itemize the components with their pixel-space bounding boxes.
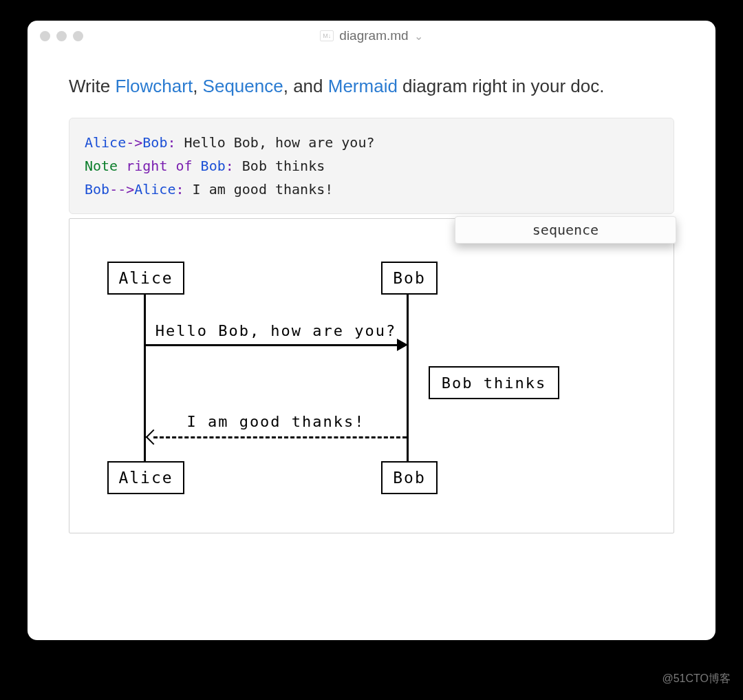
actor-alice-bottom: Alice bbox=[107, 461, 184, 494]
mermaid-link[interactable]: Mermaid bbox=[328, 76, 398, 96]
code-token-pos: right of bbox=[118, 158, 200, 174]
code-token-colon: : bbox=[175, 181, 184, 198]
intro-paragraph: Write Flowchart, Sequence, and Mermaid d… bbox=[69, 74, 674, 98]
msg2-arrowhead-icon bbox=[146, 429, 162, 445]
msg1-arrowhead-icon bbox=[397, 339, 408, 351]
actor-alice-top: Alice bbox=[107, 262, 184, 295]
code-token-keyword: Note bbox=[85, 158, 118, 174]
zoom-dot[interactable] bbox=[73, 31, 83, 41]
msg1-line bbox=[145, 344, 398, 346]
actor-bob-bottom: Bob bbox=[381, 461, 438, 494]
window-title: M↓ diagram.md ⌄ bbox=[28, 28, 715, 43]
minimize-dot[interactable] bbox=[56, 31, 67, 41]
close-dot[interactable] bbox=[40, 31, 50, 41]
code-token-name: Bob bbox=[85, 181, 109, 198]
code-token-msg: I am good thanks! bbox=[184, 181, 334, 198]
editor-window: M↓ diagram.md ⌄ Write Flowchart, Sequenc… bbox=[28, 21, 715, 640]
code-token-arrow: --> bbox=[109, 181, 134, 198]
code-token-arrow: -> bbox=[126, 134, 142, 151]
code-token-name: Bob bbox=[142, 134, 167, 151]
sequence-link[interactable]: Sequence bbox=[203, 76, 283, 96]
chevron-down-icon[interactable]: ⌄ bbox=[414, 30, 423, 43]
code-block[interactable]: Alice->Bob: Hello Bob, how are you? Note… bbox=[69, 118, 674, 214]
msg2-line bbox=[153, 436, 407, 438]
sequence-diagram: Alice Bob Hello Bob, how are you? Bob th… bbox=[69, 219, 674, 533]
window-titlebar: M↓ diagram.md ⌄ bbox=[28, 21, 715, 51]
intro-post: diagram right in your doc. bbox=[398, 76, 605, 96]
note-box: Bob thinks bbox=[429, 366, 559, 399]
document-body: Write Flowchart, Sequence, and Mermaid d… bbox=[28, 51, 715, 533]
markdown-icon: M↓ bbox=[320, 30, 334, 41]
intro-sep2: , and bbox=[283, 76, 328, 96]
flowchart-link[interactable]: Flowchart bbox=[115, 76, 193, 96]
watermark: @51CTO博客 bbox=[662, 672, 731, 686]
window-controls bbox=[40, 31, 83, 41]
msg2-label: I am good thanks! bbox=[145, 413, 407, 430]
code-token-msg: Hello Bob, how are you? bbox=[175, 134, 374, 151]
code-token-name: Alice bbox=[85, 134, 126, 151]
diagram-preview: sequence Alice Bob Hello Bob, how are yo… bbox=[69, 218, 674, 533]
code-token-msg: Bob thinks bbox=[234, 158, 325, 174]
code-token-name: Bob bbox=[201, 158, 226, 174]
msg1-label: Hello Bob, how are you? bbox=[145, 322, 407, 339]
actor-bob-top: Bob bbox=[381, 262, 438, 295]
code-token-colon: : bbox=[167, 134, 175, 151]
code-token-colon: : bbox=[226, 158, 234, 174]
code-token-name: Alice bbox=[134, 181, 175, 198]
filename-label: diagram.md bbox=[339, 28, 408, 43]
intro-text: Write bbox=[69, 76, 115, 96]
intro-sep1: , bbox=[193, 76, 202, 96]
